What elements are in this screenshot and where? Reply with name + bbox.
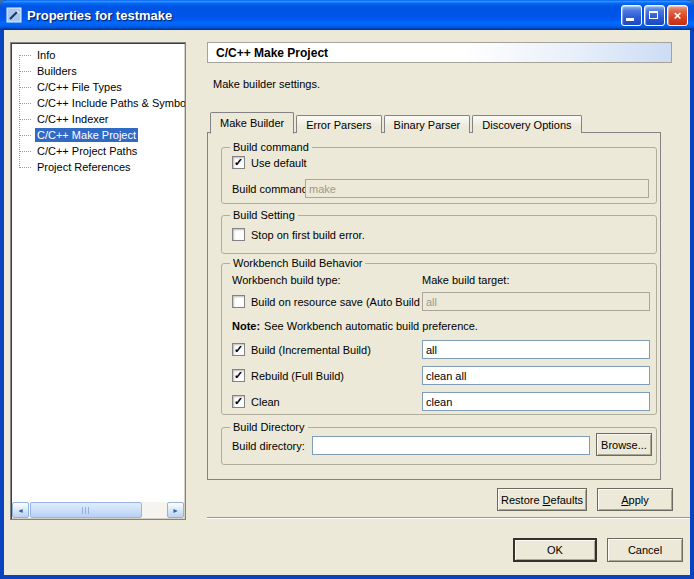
build-incremental-label: Build (Incremental Build) <box>251 344 371 356</box>
minimize-button[interactable] <box>621 5 642 26</box>
label-part: pply <box>629 494 649 506</box>
sidebar-item-project-paths[interactable]: C/C++ Project Paths <box>11 143 185 159</box>
ok-button[interactable]: OK <box>513 538 597 562</box>
mnemonic-letter: A <box>621 494 628 506</box>
rebuild-full-checkbox[interactable]: ✓ <box>232 369 245 382</box>
tree-connector <box>19 135 31 136</box>
browse-button-label: Browse... <box>601 439 647 451</box>
rebuild-full-label: Rebuild (Full Build) <box>251 370 344 382</box>
auto-build-target-input[interactable] <box>422 292 650 311</box>
use-default-label: Use default <box>251 157 307 169</box>
sidebar-item-file-types[interactable]: C/C++ File Types <box>11 79 185 95</box>
use-default-checkbox[interactable]: ✓ <box>232 156 245 169</box>
checkmark-icon: ✓ <box>234 157 243 168</box>
build-directory-input[interactable] <box>312 436 590 455</box>
tab-bar: Make Builder Error Parsers Binary Parser… <box>210 111 584 133</box>
tab-binary-parser[interactable]: Binary Parser <box>384 115 471 133</box>
page-title: C/C++ Make Project <box>216 46 328 60</box>
sidebar-item-project-references[interactable]: Project References <box>11 159 185 175</box>
tree-connector <box>19 71 31 72</box>
rebuild-full-row: ✓ Rebuild (Full Build) <box>232 369 344 382</box>
tree-connector <box>19 55 31 56</box>
tab-label: Discovery Options <box>482 119 571 131</box>
minimize-icon <box>626 18 634 21</box>
workbench-build-behavior-group: Workbench Build Behavior Workbench build… <box>221 263 657 415</box>
note-text: See Workbench automatic build preference… <box>264 320 478 332</box>
auto-build-label: Build on resource save (Auto Build) <box>251 296 420 308</box>
tree-connector <box>19 167 31 168</box>
sidebar-item-builders[interactable]: Builders <box>11 63 185 79</box>
sidebar-item-indexer[interactable]: C/C++ Indexer <box>11 111 185 127</box>
label-part: Restore <box>501 494 543 506</box>
tree-items: Info Builders C/C++ File Types C/C++ Inc… <box>11 47 185 175</box>
note-row: Note: See Workbench automatic build pref… <box>232 320 478 332</box>
make-builder-panel: Build command ✓ Use default Build comman… <box>207 132 661 480</box>
apply-button[interactable]: Apply <box>597 488 673 511</box>
tab-error-parsers[interactable]: Error Parsers <box>296 115 381 133</box>
dialog-body: Info Builders C/C++ File Types C/C++ Inc… <box>4 30 690 575</box>
group-title: Build Directory <box>230 421 308 433</box>
close-button[interactable]: × <box>667 5 688 26</box>
clean-target-input[interactable] <box>422 392 650 411</box>
apply-label: Apply <box>621 494 649 506</box>
properties-window-icon <box>6 7 22 23</box>
build-target-input[interactable] <box>422 340 650 359</box>
tab-make-builder[interactable]: Make Builder <box>210 112 294 134</box>
group-title: Workbench Build Behavior <box>230 257 365 269</box>
tab-discovery-options[interactable]: Discovery Options <box>472 115 581 133</box>
auto-build-checkbox[interactable] <box>232 295 245 308</box>
sidebar-item-include-paths[interactable]: C/C++ Include Paths & Symbo <box>11 95 185 111</box>
stop-on-error-label: Stop on first build error. <box>251 229 365 241</box>
build-command-group: Build command ✓ Use default Build comman… <box>221 147 657 204</box>
group-title: Build command <box>230 141 312 153</box>
stop-on-error-row: Stop on first build error. <box>232 228 365 241</box>
sidebar-item-label: Info <box>35 48 57 62</box>
maximize-button[interactable] <box>644 5 665 26</box>
sidebar-item-label: Project References <box>35 160 133 174</box>
checkmark-icon: ✓ <box>234 370 243 381</box>
thumb-grip-icon <box>82 507 91 514</box>
sidebar-item-label: C/C++ File Types <box>35 80 124 94</box>
sidebar-item-label: C/C++ Project Paths <box>35 144 139 158</box>
browse-button[interactable]: Browse... <box>596 433 652 456</box>
arrow-left-icon: ◄ <box>17 507 24 514</box>
stop-on-error-checkbox[interactable] <box>232 228 245 241</box>
sidebar-item-label: C/C++ Indexer <box>35 112 111 126</box>
clean-row: ✓ Clean <box>232 395 280 408</box>
build-incremental-row: ✓ Build (Incremental Build) <box>232 343 371 356</box>
restore-defaults-button[interactable]: Restore Defaults <box>497 488 587 511</box>
scroll-right-button[interactable]: ► <box>167 502 184 518</box>
build-command-label: Build command: <box>232 183 311 195</box>
sidebar-item-label: C/C++ Make Project <box>35 128 138 142</box>
clean-label: Clean <box>251 396 280 408</box>
ok-label: OK <box>547 544 563 556</box>
tab-label: Make Builder <box>220 117 284 129</box>
build-incremental-checkbox[interactable]: ✓ <box>232 343 245 356</box>
sidebar-item-make-project[interactable]: C/C++ Make Project <box>11 127 185 143</box>
build-directory-label: Build directory: <box>232 440 305 452</box>
make-build-target-header: Make build target: <box>422 274 509 286</box>
titlebar[interactable]: Properties for testmake × <box>0 0 694 30</box>
cancel-button[interactable]: Cancel <box>607 538 683 562</box>
sidebar-item-info[interactable]: Info <box>11 47 185 63</box>
sidebar-item-label: C/C++ Include Paths & Symbo <box>35 96 185 110</box>
tree-horizontal-scrollbar[interactable]: ◄ ► <box>12 502 184 518</box>
tree-connector <box>19 151 31 152</box>
rebuild-target-input[interactable] <box>422 366 650 385</box>
note-label: Note: <box>232 320 260 332</box>
build-command-input[interactable] <box>305 179 649 198</box>
scrollbar-thumb[interactable] <box>30 502 142 518</box>
window-controls: × <box>621 5 688 26</box>
clean-checkbox[interactable]: ✓ <box>232 395 245 408</box>
workbench-build-type-header: Workbench build type: <box>232 274 341 286</box>
checkmark-icon: ✓ <box>234 344 243 355</box>
checkmark-icon: ✓ <box>234 396 243 407</box>
auto-build-row: Build on resource save (Auto Build) <box>232 295 420 308</box>
tab-label: Error Parsers <box>306 119 371 131</box>
page-description: Make builder settings. <box>213 78 320 90</box>
label-part: efaults <box>551 494 583 506</box>
footer-separator <box>207 517 690 519</box>
tree-connector <box>19 87 31 88</box>
scroll-left-button[interactable]: ◄ <box>12 502 29 518</box>
build-setting-group: Build Setting Stop on first build error. <box>221 215 657 254</box>
